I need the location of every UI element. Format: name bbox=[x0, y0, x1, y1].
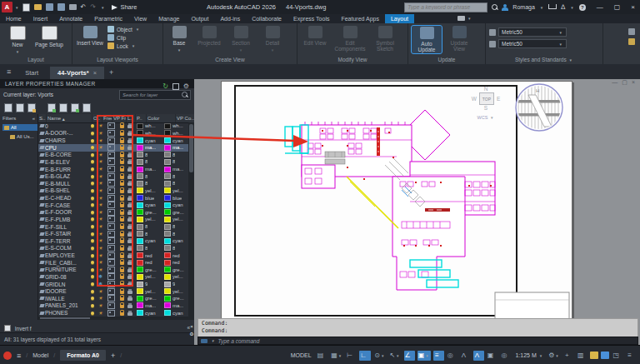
layer-color-swatch[interactable] bbox=[137, 209, 143, 215]
ribbon-tab[interactable]: Layout bbox=[385, 14, 414, 23]
ribbon-tab[interactable]: Express Tools bbox=[288, 14, 335, 23]
layer-lock-icon[interactable] bbox=[120, 218, 124, 222]
layer-color-swatch[interactable] bbox=[137, 167, 143, 172]
layer-freeze-icon[interactable]: ☀ bbox=[98, 289, 102, 294]
autoscale-icon[interactable]: Λ bbox=[473, 351, 484, 361]
layer-freeze-icon[interactable]: ☀ bbox=[98, 131, 102, 136]
layer-vp-color-swatch[interactable] bbox=[164, 145, 171, 151]
layer-color-swatch[interactable] bbox=[137, 187, 143, 193]
layer-lock-icon[interactable] bbox=[120, 226, 124, 229]
layer-row[interactable]: PHONES ☀ cyan c bbox=[38, 309, 188, 317]
layer-lock-icon[interactable] bbox=[120, 276, 124, 279]
dwg-close-icon[interactable]: × bbox=[632, 79, 635, 86]
col-lock[interactable]: L.. bbox=[127, 114, 136, 122]
layer-freeze-icon[interactable]: ☀ bbox=[98, 267, 102, 272]
page-setup-button[interactable]: Page Setup bbox=[35, 26, 63, 47]
layer-vp-freeze-icon[interactable] bbox=[108, 273, 115, 280]
file-tab-menu-icon[interactable]: ≡ bbox=[7, 67, 11, 76]
autodesk-icon[interactable]: ∆ bbox=[561, 3, 565, 11]
layer-color-swatch[interactable] bbox=[137, 217, 143, 222]
layer-row[interactable]: E-F-DOOR ☀ gre... bbox=[38, 209, 188, 217]
file-tab[interactable]: 44-Vports* × bbox=[50, 67, 104, 79]
layer-vp-freeze-icon[interactable] bbox=[108, 152, 115, 158]
layer-lock-icon[interactable] bbox=[120, 140, 124, 143]
help-search-input[interactable] bbox=[404, 2, 488, 12]
layer-vp-color-swatch[interactable] bbox=[164, 181, 171, 187]
layer-row[interactable]: E-B-MULL ☀ 8 8 bbox=[38, 180, 188, 187]
layer-freeze-icon[interactable]: ☀ bbox=[98, 311, 102, 316]
command-badge-icon[interactable] bbox=[201, 339, 208, 343]
ribbon-tab[interactable]: Manage bbox=[152, 14, 185, 23]
ribbon-tab[interactable]: Insert bbox=[28, 14, 54, 23]
help-icon[interactable]: ? bbox=[579, 4, 586, 11]
layer-freeze-icon[interactable]: ☀ bbox=[98, 145, 102, 150]
layer-vp-color-swatch[interactable] bbox=[164, 202, 171, 208]
layer-lock-icon[interactable] bbox=[120, 297, 124, 301]
layer-color-swatch[interactable] bbox=[137, 224, 143, 230]
layer-vp-color-swatch[interactable] bbox=[164, 310, 171, 316]
layer-lock-icon[interactable] bbox=[120, 269, 124, 272]
layer-color-swatch[interactable] bbox=[137, 231, 143, 237]
selection-cycling-icon[interactable]: ◎ bbox=[447, 351, 458, 361]
panel-label-layout-viewports[interactable]: Layout Viewports bbox=[72, 57, 162, 64]
panel-label-update[interactable]: Update bbox=[408, 57, 485, 64]
layer-row[interactable]: E-F-TERR ☀ cyan bbox=[38, 237, 188, 245]
layer-on-icon[interactable] bbox=[91, 124, 94, 127]
layer-lock-icon[interactable] bbox=[120, 125, 124, 128]
layer-row[interactable]: A-DOOR-... ☀ wh... bbox=[38, 130, 188, 137]
panel-label-layout[interactable]: Layout bbox=[0, 57, 72, 64]
grid-display-icon[interactable]: ▤ bbox=[317, 351, 328, 361]
layer-lock-icon[interactable] bbox=[120, 240, 124, 243]
isometric-drafting-icon[interactable]: ∠ bbox=[404, 351, 415, 361]
ribbon-tab[interactable]: Featured Apps bbox=[335, 14, 385, 23]
layer-lock-icon[interactable] bbox=[120, 283, 124, 287]
layer-freeze-icon[interactable]: ☀ bbox=[98, 303, 102, 308]
layer-plot-icon[interactable] bbox=[128, 297, 132, 301]
layer-color-swatch[interactable] bbox=[137, 123, 143, 129]
layer-on-icon[interactable] bbox=[91, 203, 94, 207]
layer-vp-color-swatch[interactable] bbox=[164, 288, 171, 294]
layer-plot-icon[interactable] bbox=[128, 269, 132, 272]
new-group-filter-icon[interactable] bbox=[16, 103, 24, 112]
layer-row[interactable]: GRID-08 ❄ yel... bbox=[38, 273, 188, 281]
layer-vp-color-swatch[interactable] bbox=[164, 130, 171, 136]
layer-filter-item[interactable]: All bbox=[2, 124, 38, 131]
layer-vp-freeze-icon[interactable] bbox=[108, 288, 115, 295]
lineweight-icon[interactable]: ≡ bbox=[433, 351, 444, 361]
layer-color-swatch[interactable] bbox=[137, 252, 143, 258]
layer-plot-icon[interactable] bbox=[128, 161, 132, 164]
logo-caret-icon[interactable]: ▾ bbox=[16, 5, 18, 10]
layer-freeze-icon[interactable]: ☀ bbox=[98, 167, 102, 172]
layer-vp-freeze-icon[interactable] bbox=[108, 209, 115, 216]
layer-on-icon[interactable] bbox=[91, 282, 94, 286]
layer-plot-icon[interactable] bbox=[128, 197, 132, 201]
layer-plot-icon[interactable] bbox=[128, 312, 132, 316]
layer-freeze-icon[interactable]: ☀ bbox=[98, 210, 102, 215]
layer-freeze-icon[interactable]: ☀ bbox=[98, 246, 102, 251]
layer-on-icon[interactable] bbox=[91, 139, 94, 142]
isolate-objects-icon[interactable]: ◎ bbox=[500, 351, 511, 361]
layer-vp-freeze-icon[interactable] bbox=[108, 252, 115, 259]
ribbon-tab[interactable]: Collaborate bbox=[246, 14, 288, 23]
layer-color-swatch[interactable] bbox=[137, 137, 143, 143]
col-freeze[interactable]: Free.. bbox=[102, 114, 112, 122]
layer-color-swatch[interactable] bbox=[137, 195, 143, 201]
layer-vp-color-swatch[interactable] bbox=[164, 209, 171, 215]
layer-on-icon[interactable] bbox=[91, 304, 94, 307]
layer-row[interactable]: E-B-SHEL ☀ yel... bbox=[38, 187, 188, 195]
layer-on-icon[interactable] bbox=[91, 254, 94, 257]
layer-row[interactable]: CPU ☀ ma... ma. bbox=[38, 144, 188, 152]
new-layout-button[interactable]: New ▾ bbox=[3, 26, 32, 55]
autodesk-caret-icon[interactable]: ▾ bbox=[571, 5, 573, 10]
layer-row[interactable]: 0 ☀ wh... wh... bbox=[38, 122, 188, 130]
layer-vp-color-swatch[interactable] bbox=[164, 173, 171, 179]
ribbon-tab[interactable]: Output bbox=[185, 14, 214, 23]
layer-color-swatch[interactable] bbox=[137, 288, 143, 294]
layer-plot-icon[interactable] bbox=[128, 132, 132, 136]
drawing-area[interactable]: — ▢ × H bbox=[194, 79, 640, 345]
layer-vp-freeze-icon[interactable] bbox=[108, 180, 115, 187]
layer-vp-color-swatch[interactable] bbox=[164, 152, 171, 157]
layer-row[interactable]: GRIDLN ❄ 9 9 bbox=[38, 281, 188, 288]
store-cart-icon[interactable] bbox=[548, 4, 557, 9]
layer-plot-icon[interactable] bbox=[128, 176, 132, 179]
